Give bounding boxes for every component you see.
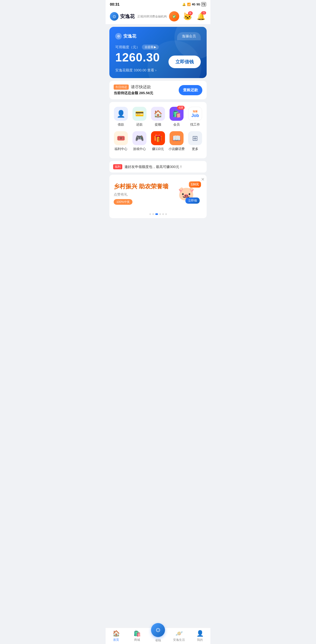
dot-3 [155,213,158,215]
banner-right-content: 🐷 130元 立即领 [170,180,202,207]
bell-icon: 🔔 [182,3,186,6]
promo-amount-badge: 130元 [189,181,201,188]
member-badge: 优惠 [177,106,185,110]
pet-badge: 新 [188,11,193,15]
member-label: 会员 [173,122,180,127]
member-icon: 🛍️ 优惠 [170,107,184,121]
tiquan-icon: 🏠 [151,107,165,121]
grid-item-borrow[interactable]: 👤 借款 [112,107,130,127]
repay-icon: 💳 [132,107,146,121]
app-name: 安逸花 [120,13,135,20]
grid-item-earn[interactable]: 🎁 赚110元 [149,131,167,151]
card-brand-name: 安逸花 [123,34,136,39]
tiquan-label: 提额 [155,122,161,127]
credit-amount: 1260.30 [115,51,160,64]
today-repay-tag: 今日待还 [114,85,129,90]
checkin-icon: ✅ [173,15,176,18]
dot-2 [152,213,154,215]
claim-button[interactable]: 立即领 [185,197,200,204]
grid-item-welfare[interactable]: 🎟️ 福利中心 [112,131,130,151]
game-label: 游戏中心 [133,147,146,151]
welfare-strip[interactable]: 福利 邀好友申领额度包，最高可赚300元！ [109,161,207,173]
banner-content: 乡村振兴 助农荣誉墙 点赞有礼 100%中奖 🐷 130元 立即领 [109,175,207,211]
borrow-button[interactable]: 立即借钱 [168,56,201,68]
grid-row-1: 👤 借款 💳 还款 🏠 提额 🛍️ [112,107,204,127]
credit-amount-area: 1260.30 安逸花额度 3300.00 查看 › [115,51,160,73]
total-credit-text[interactable]: 安逸花额度 3300.00 查看 › [115,68,160,73]
banner-left-content: 乡村振兴 助农荣誉墙 点赞有礼 100%中奖 [114,182,170,205]
welfare-strip-text: 邀好友申领额度包，最高可赚300元！ [124,164,183,169]
battery-indicator: 72 [201,2,206,6]
grid-item-job[interactable]: 逸骊 Job 找工作 [186,107,204,127]
grid-item-novel[interactable]: 📖 小说赚话费 [167,131,186,151]
notification-button[interactable]: 🔔 70 [196,11,206,21]
grid-item-member[interactable]: 🛍️ 优惠 会员 [167,107,186,127]
more-icon: ⊞ [188,131,202,145]
earn-label: 赚110元 [152,147,164,151]
more-label: 更多 [192,147,198,151]
status-icons: 🔔 📶 4G 5G 72 [182,2,206,6]
dot-4 [159,213,161,215]
logo-area: ⊙ 安逸花 正规持牌消费金融机构 [110,12,167,21]
grid-item-more[interactable]: ⊞ 更多 [186,131,204,151]
game-icon: 🎮 [132,131,146,145]
app-logo-icon: ⊙ [110,12,119,21]
service-grid: 👤 借款 💳 还款 🏠 提额 🛍️ [109,102,207,158]
banner-tag: 100%中奖 [114,199,132,205]
repay-banner: 今日待还 请尽快还款 当前待还总金额 285.56元 查账还款 [109,81,207,99]
job-icon: 逸骊 Job [188,107,202,121]
grid-item-tiquan[interactable]: 🏠 提额 [149,107,167,127]
signal-4g-icon: 4G [192,3,195,6]
novel-label: 小说赚话费 [168,147,185,151]
banner-title: 乡村振兴 助农荣誉墙 [114,182,170,191]
tiquan-button[interactable]: 去提额 ▶ [142,45,159,50]
repay-amount-row: 当前待还总金额 285.56元 [114,91,153,96]
job-label: 找工作 [190,122,200,127]
novel-icon: 📖 [170,131,184,145]
banner-dots [109,211,207,218]
repay-button[interactable]: 查账还款 [179,85,202,95]
promo-banner-card: ✕ 乡村振兴 助农荣誉墙 点赞有礼 100%中奖 🐷 130元 立即领 [109,175,207,218]
header-actions: ✅ 🐱 新 🔔 70 [169,11,206,21]
status-time: 00:31 [110,2,120,6]
notification-badge: 70 [201,11,206,14]
arrow-right-icon: ▶ [154,45,156,49]
wifi-icon: 📶 [187,3,191,6]
checkin-button[interactable]: ✅ [169,11,179,21]
member-tab-label: 逸骊会员 [182,34,196,38]
credit-card: ⊙ 安逸花 逸骊会员 可用额度（元） 去提额 ▶ 1260.30 安逸花额度 3… [109,27,207,78]
grid-row-2: 🎟️ 福利中心 🎮 游戏中心 🎁 赚110元 📖 [112,131,204,151]
repay-title-text: 请尽快还款 [131,85,151,90]
card-header: ⊙ 安逸花 逸骊会员 [115,32,201,40]
repay-info: 今日待还 请尽快还款 当前待还总金额 285.56元 [114,85,153,96]
pet-button[interactable]: 🐱 新 [182,11,193,21]
card-bottom-row: 1260.30 安逸花额度 3300.00 查看 › 立即借钱 [115,51,201,73]
earn-icon: 🎁 [151,131,165,145]
dot-1 [149,213,151,215]
banner-subtitle: 点赞有礼 [114,192,170,197]
welfare-label: 福利中心 [114,147,127,151]
grid-item-game[interactable]: 🎮 游戏中心 [130,131,149,151]
card-brand: ⊙ 安逸花 [115,33,136,39]
welfare-icon: 🎟️ [114,131,128,145]
welfare-strip-tag: 福利 [113,164,122,169]
member-tab[interactable]: 逸骊会员 [177,32,201,40]
app-header: ⊙ 安逸花 正规持牌消费金融机构 ✅ 🐱 新 🔔 70 [106,9,210,24]
status-bar: 00:31 🔔 📶 4G 5G 72 [106,0,210,9]
signal-5g-icon: 5G [196,3,200,6]
repay-title-row: 今日待还 请尽快还款 [114,85,153,90]
repay-grid-label: 还款 [136,122,143,127]
borrow-icon: 👤 [114,107,128,121]
card-brand-logo: ⊙ [115,33,122,39]
credit-label: 可用额度（元） 去提额 ▶ [115,45,201,50]
dot-6 [165,213,167,215]
borrow-label: 借款 [118,122,124,127]
app-subtitle: 正规持牌消费金融机构 [137,14,167,19]
dot-5 [162,213,164,215]
grid-item-repay[interactable]: 💳 还款 [130,107,149,127]
